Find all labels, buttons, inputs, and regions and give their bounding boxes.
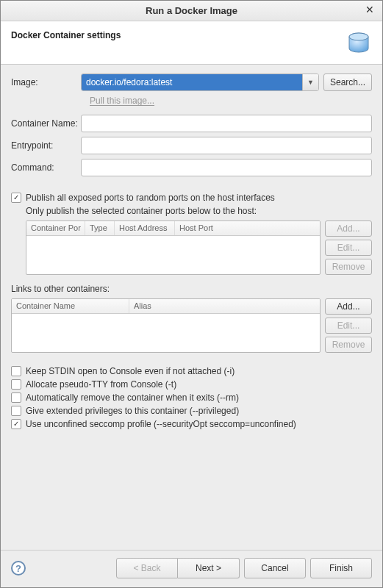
tty-checkbox[interactable] [11, 379, 21, 390]
col-host-address[interactable]: Host Address [115, 221, 175, 235]
nav-button-group: < Back Next > [116, 558, 240, 578]
entrypoint-label: Entrypoint: [11, 140, 81, 151]
col-type[interactable]: Type [85, 221, 115, 235]
ports-add-button[interactable]: Add... [325, 220, 372, 237]
links-remove-button[interactable]: Remove [325, 337, 372, 353]
next-button[interactable]: Next > [178, 558, 240, 578]
container-name-label: Container Name: [11, 118, 81, 129]
publish-selected-label: Only publish the selected container port… [26, 206, 372, 216]
pull-image-link[interactable]: Pull this image... [90, 96, 372, 106]
stdin-checkbox[interactable] [11, 366, 21, 376]
publish-all-label: Publish all exposed ports to random port… [26, 193, 275, 203]
search-button[interactable]: Search... [323, 74, 372, 91]
cancel-button[interactable]: Cancel [244, 558, 306, 578]
image-label: Image: [11, 77, 81, 87]
stdin-label: Keep STDIN open to Console even if not a… [26, 366, 235, 376]
content-area: Image: docker.io/fedora:latest ▼ Search.… [1, 65, 382, 550]
footer: ? < Back Next > Cancel Finish [1, 550, 382, 587]
back-button[interactable]: < Back [116, 558, 178, 578]
col-link-container-name[interactable]: Container Name [12, 299, 129, 313]
entrypoint-input[interactable] [81, 137, 372, 154]
links-table[interactable]: Container Name Alias [11, 298, 321, 353]
help-icon[interactable]: ? [11, 561, 26, 576]
col-host-port[interactable]: Host Port [175, 221, 320, 235]
close-icon[interactable]: ✕ [363, 4, 376, 17]
chevron-down-icon[interactable]: ▼ [302, 74, 318, 90]
col-container-port[interactable]: Container Por [26, 221, 85, 235]
command-label: Command: [11, 162, 81, 173]
dialog-window: Run a Docker Image ✕ Docker Container se… [0, 0, 383, 588]
seccomp-label: Use unconfined seccomp profile (--securi… [26, 419, 296, 429]
privileged-label: Give extended privileges to this contain… [26, 406, 239, 416]
links-table-header: Container Name Alias [12, 299, 320, 314]
banner: Docker Container settings [1, 21, 382, 65]
finish-button[interactable]: Finish [310, 558, 372, 578]
privileged-checkbox[interactable] [11, 406, 21, 416]
links-add-button[interactable]: Add... [325, 298, 372, 315]
links-section-label: Links to other containers: [11, 284, 372, 294]
ports-table-header: Container Por Type Host Address Host Por… [26, 221, 320, 236]
rm-label: Automatically remove the container when … [26, 392, 239, 403]
col-link-alias[interactable]: Alias [129, 299, 320, 313]
publish-all-checkbox[interactable] [11, 193, 21, 203]
rm-checkbox[interactable] [11, 392, 21, 403]
seccomp-checkbox[interactable] [11, 419, 21, 429]
banner-title: Docker Container settings [11, 30, 121, 40]
image-combo[interactable]: docker.io/fedora:latest ▼ [81, 74, 319, 91]
ports-remove-button[interactable]: Remove [325, 259, 372, 275]
ports-table[interactable]: Container Por Type Host Address Host Por… [26, 220, 321, 275]
links-edit-button[interactable]: Edit... [325, 318, 372, 334]
image-combo-text[interactable]: docker.io/fedora:latest [82, 74, 302, 90]
command-input[interactable] [81, 159, 372, 176]
container-name-input[interactable] [81, 115, 372, 132]
docker-container-icon [346, 30, 372, 57]
tty-label: Allocate pseudo-TTY from Console (-t) [26, 379, 176, 390]
ports-edit-button[interactable]: Edit... [325, 240, 372, 256]
title-bar: Run a Docker Image ✕ [1, 1, 382, 21]
svg-point-1 [349, 33, 368, 40]
window-title: Run a Docker Image [1, 5, 382, 16]
